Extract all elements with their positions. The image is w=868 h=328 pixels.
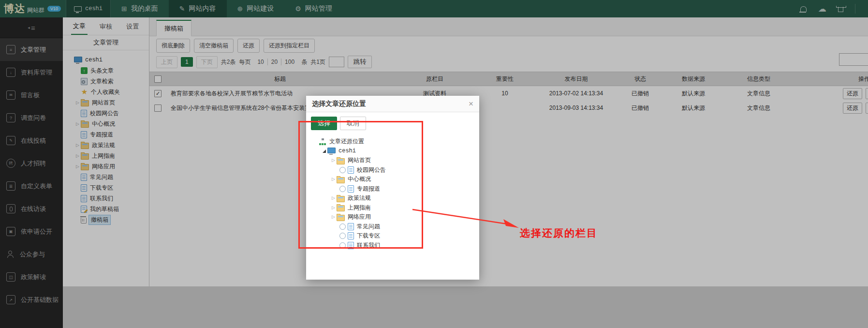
dialog-title: 选择文章还原位置 (312, 100, 366, 108)
annotation-note-text: 选择还原的栏目 (520, 226, 598, 240)
dialog-title-bar: 选择文章还原位置 × (306, 96, 479, 112)
annotation-arrow (409, 205, 525, 234)
annotation-highlight-rectangle (298, 121, 423, 249)
app-root: 博达 网站群 V10 ceshi ⊞ 我的桌面 ✎ 网站内容 ⊕ 网站建设 ⚙ … (0, 0, 868, 328)
close-icon[interactable]: × (469, 99, 473, 109)
